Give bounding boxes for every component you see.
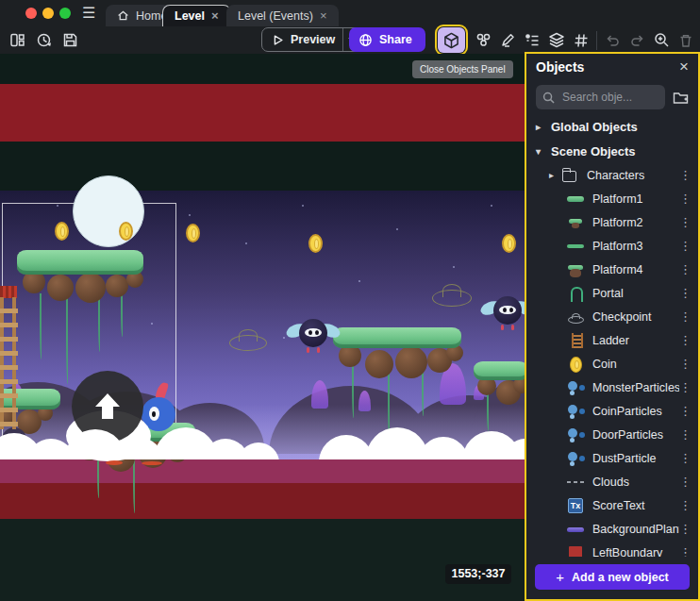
chevron-down-icon[interactable]: ▾ (536, 146, 543, 157)
kebab-menu-icon[interactable]: ⋮ (679, 239, 691, 253)
coin-sprite[interactable] (502, 234, 516, 253)
platform-sprite[interactable] (474, 361, 525, 484)
pencil-icon[interactable] (498, 29, 517, 52)
kebab-menu-icon[interactable]: ⋮ (679, 262, 691, 276)
platform1-thumbnail (566, 190, 585, 209)
monster-sprite[interactable] (480, 294, 525, 334)
ladder-sprite[interactable] (0, 286, 18, 429)
history-icon[interactable] (34, 28, 53, 51)
kebab-menu-icon[interactable]: ⋮ (679, 333, 691, 347)
chevron-right-icon[interactable]: ▸ (549, 170, 557, 180)
kebab-menu-icon[interactable]: ⋮ (679, 498, 691, 512)
group-global-objects[interactable]: ▸ Global Objects (526, 114, 698, 139)
search-input[interactable] (560, 90, 647, 105)
player-pupil (152, 411, 156, 417)
add-object-button[interactable]: + Add a new object (535, 564, 690, 590)
kebab-menu-icon[interactable]: ⋮ (679, 545, 691, 557)
kebab-menu-icon[interactable]: ⋮ (679, 215, 691, 229)
object-row-platform1[interactable]: Platform1⋮ (526, 187, 698, 210)
object-groups-icon[interactable] (474, 29, 492, 52)
platform-sprite[interactable] (17, 250, 143, 373)
minimize-icon[interactable] (42, 8, 54, 19)
object-row-platform2[interactable]: Platform2⋮ (526, 210, 698, 234)
object-row-monsterparticles[interactable]: MonsterParticles⋮ (526, 376, 698, 399)
zoom-in-icon[interactable] (652, 29, 671, 52)
tab-level[interactable]: Level × (162, 5, 231, 26)
monster-pupil (315, 330, 319, 335)
ladder-thumbnail (566, 331, 585, 350)
tooltip-text: Close Objects Panel (420, 64, 506, 75)
close-tab-icon[interactable]: × (211, 11, 219, 21)
kebab-menu-icon[interactable]: ⋮ (679, 427, 691, 442)
object-row-coinparticles[interactable]: CoinParticles⋮ (526, 399, 698, 423)
close-icon[interactable] (25, 8, 37, 19)
object-row-backgroundplants[interactable]: BackgroundPlants⋮ (526, 517, 698, 541)
coin-sprite[interactable] (186, 224, 200, 242)
grid-icon[interactable] (572, 29, 591, 52)
object-row-leftboundary[interactable]: LeftBoundary⋮ (526, 541, 698, 557)
object-row-scoretext[interactable]: ScoreText⋮ (526, 493, 698, 517)
chevron-right-icon[interactable]: ▸ (536, 122, 543, 132)
coin-sprite[interactable] (119, 222, 133, 241)
save-icon[interactable] (60, 28, 79, 51)
layers-icon[interactable] (547, 29, 566, 52)
close-panel-icon[interactable]: × (679, 60, 689, 74)
monster-pupil (509, 308, 513, 312)
platform-grass (17, 250, 143, 275)
object-row-checkpoint[interactable]: Checkpoint⋮ (526, 305, 698, 328)
coin-sprite[interactable] (308, 234, 323, 253)
object-row-characters[interactable]: ▸Characters⋮ (526, 163, 698, 187)
monster-pupil (503, 308, 507, 312)
scene-canvas[interactable]: 1553;-337 (0, 54, 525, 601)
object-row-ladder[interactable]: Ladder⋮ (526, 328, 698, 352)
coin-thumbnail (566, 355, 585, 374)
home-icon (117, 9, 129, 22)
balloon-sprite[interactable] (73, 175, 144, 247)
kebab-menu-icon[interactable]: ⋮ (679, 357, 691, 371)
maximize-icon[interactable] (59, 8, 71, 19)
dirt-clod-decor (106, 275, 128, 297)
object-row-platform3[interactable]: Platform3⋮ (526, 234, 698, 258)
kebab-menu-icon[interactable]: ⋮ (679, 475, 691, 489)
kebab-menu-icon[interactable]: ⋮ (679, 168, 691, 182)
search-box[interactable] (536, 85, 665, 109)
kebab-menu-icon[interactable]: ⋮ (679, 192, 691, 206)
kebab-menu-icon[interactable]: ⋮ (679, 286, 691, 300)
object-label: MonsterParticles (592, 381, 679, 394)
monster-sprite[interactable] (286, 317, 341, 357)
kebab-menu-icon[interactable]: ⋮ (679, 522, 691, 536)
object-row-platform4[interactable]: Platform4⋮ (526, 258, 698, 281)
kebab-menu-icon[interactable]: ⋮ (679, 451, 691, 465)
instances-list-icon[interactable] (523, 29, 542, 52)
project-manager-icon[interactable] (8, 28, 26, 51)
group-scene-objects[interactable]: ▾ Scene Objects (526, 139, 698, 163)
object-row-clouds[interactable]: Clouds⋮ (526, 470, 698, 493)
object-label: Ladder (592, 334, 679, 347)
dirt-clod-decor (47, 275, 74, 301)
undo-icon[interactable] (603, 29, 622, 52)
top-red-band (0, 84, 525, 142)
object-row-portal[interactable]: Portal⋮ (526, 281, 698, 305)
vine-decor (133, 459, 136, 513)
object-label: Coin (592, 358, 679, 371)
object-label: Clouds (592, 476, 679, 489)
trash-icon[interactable] (676, 29, 695, 52)
redo-icon[interactable] (627, 29, 646, 52)
object-row-dustparticle[interactable]: DustParticle⋮ (526, 446, 698, 470)
ufo-decor (229, 335, 267, 351)
object-label: Platform2 (592, 216, 679, 229)
add-folder-icon[interactable] (673, 91, 689, 105)
hamburger-icon[interactable]: ☰ (82, 5, 95, 22)
kebab-menu-icon[interactable]: ⋮ (679, 309, 691, 324)
close-tab-icon[interactable]: × (320, 11, 327, 21)
objects-panel-icon[interactable] (438, 27, 465, 53)
titlebar: ☰ Home Level × Level (Events) × (0, 0, 700, 26)
vine-decor (98, 295, 101, 352)
kebab-menu-icon[interactable]: ⋮ (679, 404, 691, 418)
object-row-doorparticles[interactable]: DoorParticles⋮ (526, 423, 698, 446)
object-row-coin[interactable]: Coin⋮ (526, 352, 698, 376)
tab-level-events[interactable]: Level (Events) × (226, 5, 339, 26)
kebab-menu-icon[interactable]: ⋮ (679, 380, 691, 394)
coin-sprite[interactable] (55, 222, 69, 241)
share-button[interactable]: Share (349, 27, 425, 52)
